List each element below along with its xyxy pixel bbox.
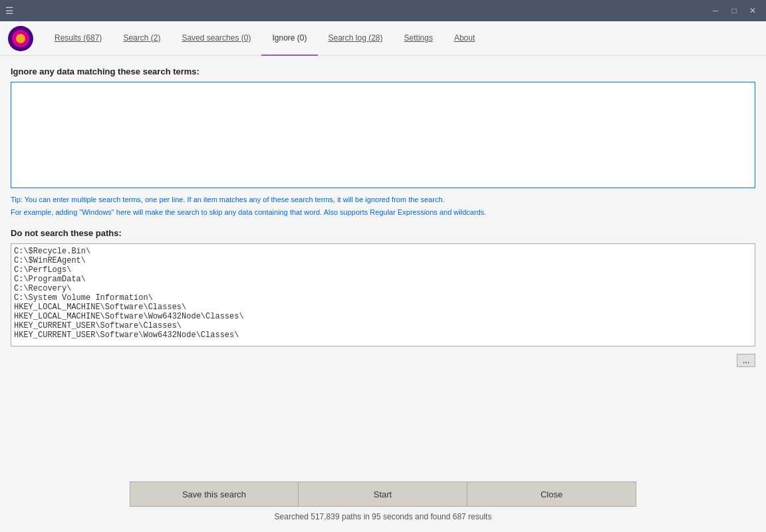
start-button[interactable]: Start (299, 481, 467, 507)
nav-item-search[interactable]: Search (2) (112, 21, 171, 56)
logo (8, 26, 33, 51)
ignore-example-text: For example, adding "Windows" here will … (11, 207, 755, 218)
main-window: Results (687) Search (2) Saved searches … (0, 21, 766, 532)
maximize-button[interactable]: □ (726, 3, 742, 19)
close-button[interactable]: Close (467, 481, 636, 507)
paths-section: Do not search these paths: C:\$Recycle.B… (11, 228, 755, 367)
logo-dot (16, 34, 25, 43)
nav-item-saved[interactable]: Saved searches (0) (171, 21, 261, 56)
navbar: Results (687) Search (2) Saved searches … (0, 21, 766, 56)
status-text: Searched 517,839 paths in 95 seconds and… (275, 512, 492, 521)
ignore-tip-text: Tip: You can enter multiple search terms… (11, 194, 755, 205)
paths-input[interactable]: C:\$Recycle.Bin\ C:\$WinREAgent\ C:\Perf… (11, 243, 755, 346)
minimize-button[interactable]: ─ (707, 3, 723, 19)
titlebar-controls: ─ □ ✕ (707, 3, 761, 19)
titlebar-left: ☰ (5, 5, 14, 16)
ignore-section-title: Ignore any data matching these search te… (11, 66, 755, 76)
ignore-terms-input[interactable] (11, 82, 755, 188)
save-search-button[interactable]: Save this search (130, 481, 299, 507)
paths-section-title: Do not search these paths: (11, 228, 755, 238)
nav-item-results[interactable]: Results (687) (44, 21, 112, 56)
nav-item-about[interactable]: About (444, 21, 485, 56)
logo-inner (12, 30, 29, 47)
nav-item-searchlog[interactable]: Search log (28) (318, 21, 394, 56)
ignore-section: Ignore any data matching these search te… (11, 66, 755, 217)
nav-item-ignore[interactable]: Ignore (0) (261, 21, 317, 56)
browse-button[interactable]: ... (737, 354, 755, 367)
close-window-button[interactable]: ✕ (745, 3, 761, 19)
content-area: Ignore any data matching these search te… (0, 56, 766, 471)
titlebar: ☰ ─ □ ✕ (0, 0, 766, 21)
footer-buttons: Save this search Start Close (130, 481, 636, 507)
nav-item-settings[interactable]: Settings (394, 21, 444, 56)
browse-btn-row: ... (11, 351, 755, 367)
footer: Save this search Start Close Searched 51… (0, 471, 766, 532)
paths-textarea-container: C:\$Recycle.Bin\ C:\$WinREAgent\ C:\Perf… (11, 243, 755, 348)
hamburger-icon[interactable]: ☰ (5, 5, 14, 16)
